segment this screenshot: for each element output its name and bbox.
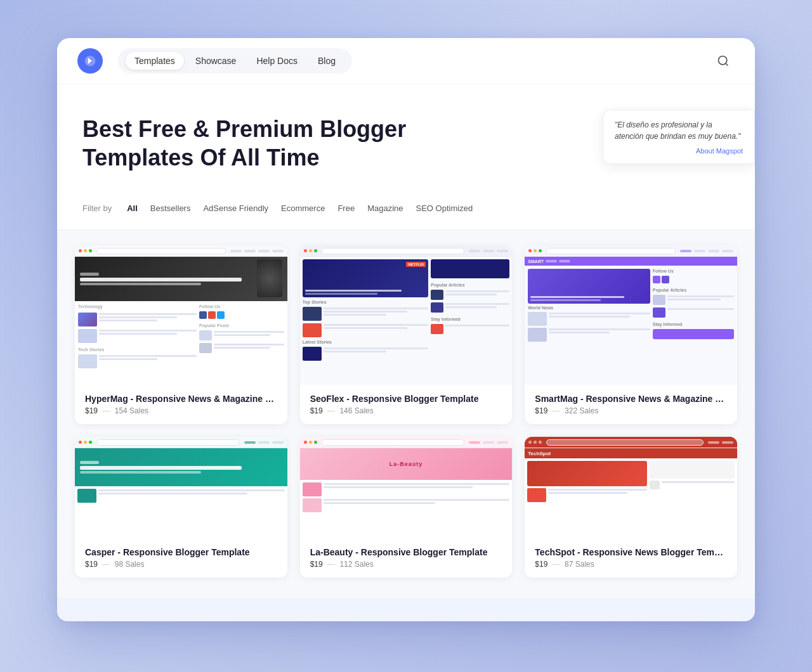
product-meta: $19 — 112 Sales: [310, 560, 502, 569]
product-info-seoflex: SeoFlex - Responsive Blogger Template $1…: [300, 385, 513, 424]
logo-icon[interactable]: [77, 48, 103, 74]
filter-seo[interactable]: SEO Optimized: [416, 202, 473, 214]
hero-section: Best Free & Premium Blogger Templates Of…: [57, 84, 755, 192]
product-card-seoflex[interactable]: NETFLIX Top Stories: [300, 245, 513, 424]
thumbnail-labeauty: La-Beauty: [300, 437, 513, 538]
product-meta: $19 — 87 Sales: [535, 560, 727, 569]
product-name: TechSpot - Responsive News Blogger Templ…: [535, 547, 727, 557]
filter-all[interactable]: All: [127, 202, 138, 214]
search-button[interactable]: [712, 49, 735, 72]
testimonial-text: "El diseño es profesional y la atención …: [615, 119, 743, 142]
product-info-labeauty: La-Beauty - Responsive Blogger Template …: [300, 538, 513, 578]
thumbnail-seoflex: NETFLIX Top Stories: [300, 245, 513, 385]
nav-templates[interactable]: Templates: [126, 52, 184, 70]
filter-options: All Bestsellers AdSense Friendly Ecommer…: [127, 202, 473, 214]
nav-helpdocs[interactable]: Help Docs: [247, 52, 306, 70]
product-meta: $19 — 322 Sales: [535, 406, 727, 415]
testimonial-card: "El diseño es profesional y la atención …: [603, 110, 755, 164]
navigation: Templates Showcase Help Docs Blog: [57, 38, 755, 84]
product-meta: $19 — 98 Sales: [85, 560, 277, 569]
testimonial-source: About Magspot: [615, 147, 743, 155]
filter-ecommerce[interactable]: Ecommerce: [281, 202, 325, 214]
product-card-hypermag[interactable]: Technology: [75, 245, 287, 424]
product-card-labeauty[interactable]: La-Beauty: [300, 437, 513, 578]
nav-left: Templates Showcase Help Docs Blog: [77, 48, 352, 74]
product-info-techspot: TechSpot - Responsive News Blogger Templ…: [525, 538, 737, 578]
products-section: Technology: [57, 230, 755, 598]
thumbnail-techspot: TechSpot: [525, 437, 737, 538]
svg-point-0: [719, 56, 727, 65]
products-grid: Technology: [75, 245, 737, 578]
filter-label: Filter by: [82, 204, 112, 213]
filter-magazine[interactable]: Magazine: [367, 202, 403, 214]
product-info-hypermag: HyperMag - Responsive News & Magazine Bl…: [75, 385, 287, 424]
product-name: La-Beauty - Responsive Blogger Template: [310, 547, 502, 557]
nav-links: Templates Showcase Help Docs Blog: [118, 48, 352, 74]
product-info-smartmag: SmartMag - Responsive News & Magazine Bl…: [525, 385, 737, 424]
filter-adsense[interactable]: AdSense Friendly: [203, 202, 268, 214]
product-info-casper: Casper - Responsive Blogger Template $19…: [75, 538, 287, 578]
product-name: HyperMag - Responsive News & Magazine Bl…: [85, 394, 277, 404]
product-name: SmartMag - Responsive News & Magazine Bl…: [535, 394, 727, 404]
thumbnail-hypermag: Technology: [75, 245, 287, 385]
filter-bestsellers[interactable]: Bestsellers: [150, 202, 191, 214]
nav-blog[interactable]: Blog: [309, 52, 344, 70]
nav-showcase[interactable]: Showcase: [187, 52, 246, 70]
product-card-casper[interactable]: Casper - Responsive Blogger Template $19…: [75, 437, 287, 578]
hero-title: Best Free & Premium Blogger Templates Of…: [82, 115, 463, 172]
filter-bar: Filter by All Bestsellers AdSense Friend…: [57, 192, 755, 230]
filter-free[interactable]: Free: [337, 202, 355, 214]
product-meta: $19 — 146 Sales: [310, 406, 502, 415]
product-card-techspot[interactable]: TechSpot: [525, 437, 737, 578]
product-meta: $19 — 154 Sales: [85, 406, 277, 415]
product-card-smartmag[interactable]: SMART World News: [525, 245, 737, 424]
thumbnail-casper: [75, 437, 287, 538]
browser-window: Templates Showcase Help Docs Blog Best F…: [57, 38, 755, 621]
product-name: Casper - Responsive Blogger Template: [85, 547, 277, 557]
thumbnail-smartmag: SMART World News: [525, 245, 737, 385]
product-name: SeoFlex - Responsive Blogger Template: [310, 394, 502, 404]
